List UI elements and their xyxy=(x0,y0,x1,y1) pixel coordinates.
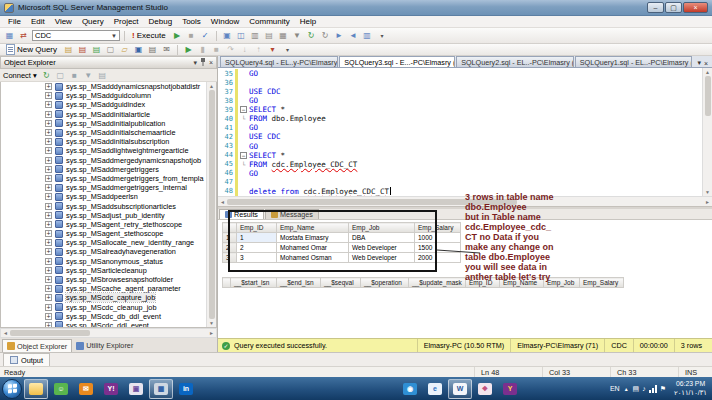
expand-icon[interactable]: + xyxy=(45,101,52,108)
tree-item[interactable]: +sys.sp_MSanonymous_status xyxy=(1,257,206,266)
close-document-icon[interactable]: × xyxy=(704,60,708,67)
code-line[interactable]: 47 xyxy=(218,178,702,187)
tree-item[interactable]: +sys.sp_MSaddinitialpublication xyxy=(1,119,206,128)
grid-cell[interactable]: Mohamed Osman xyxy=(277,253,349,263)
volume-tray-icon[interactable]: ♪ xyxy=(642,385,646,392)
menu-view[interactable]: View xyxy=(50,17,77,26)
new-database-query-icon[interactable]: ▤ xyxy=(62,44,75,56)
row-header[interactable]: 2 xyxy=(223,243,237,253)
tree-item[interactable]: +sys.sp_MSbrowsesnapshotfolder xyxy=(1,275,206,284)
tree-item[interactable]: +sys.sp_MScdc_db_ddl_event xyxy=(1,312,206,321)
menu-community[interactable]: Community xyxy=(244,17,294,26)
expand-icon[interactable]: + xyxy=(45,203,52,210)
editor-horizontal-scrollbar[interactable]: ◄ ► xyxy=(218,196,712,206)
grid-cell[interactable]: Web Developer xyxy=(349,243,415,253)
tree-item[interactable]: +sys.sp_MSalreadyhavegeneration xyxy=(1,247,206,256)
comment-out-icon[interactable]: ↻ xyxy=(305,30,318,42)
new-analysis-query-icon[interactable]: ▤ xyxy=(76,44,89,56)
row-header[interactable]: 1 xyxy=(223,233,237,243)
grid-cell[interactable]: Web Developer xyxy=(349,253,415,263)
tree-item[interactable]: +sys.sp_MSaddmergetriggers_from_templa xyxy=(1,174,206,183)
grid-cell[interactable]: 1000 xyxy=(415,233,461,243)
expand-icon[interactable]: + xyxy=(45,313,52,320)
menu-tools[interactable]: Tools xyxy=(177,17,206,26)
expand-icon[interactable]: + xyxy=(45,166,52,173)
flag-tray-icon[interactable]: ⚑ xyxy=(660,385,666,393)
menu-query[interactable]: Query xyxy=(77,17,109,26)
tree-item[interactable]: +sys.sp_MSaddguidcolumn xyxy=(1,91,206,100)
tray-expand-icon[interactable]: ▲ xyxy=(624,386,629,392)
code-line[interactable]: 44−SELECT * xyxy=(218,151,702,160)
tree-item[interactable]: +sys.sp_MSallocate_new_identity_range xyxy=(1,238,206,247)
column-header[interactable]: __$update_mask xyxy=(409,278,466,288)
results-to-grid-icon[interactable]: ▦ xyxy=(277,30,290,42)
new-query-button[interactable]: New Query xyxy=(3,44,60,55)
expand-icon[interactable]: + xyxy=(45,157,52,164)
grid-cell[interactable]: 2 xyxy=(237,243,277,253)
data-collector-icon[interactable]: ⇄ xyxy=(17,30,30,42)
column-header[interactable]: __$start_lsn xyxy=(231,278,277,288)
scroll-up-icon[interactable]: ▲ xyxy=(209,83,214,89)
msn-icon[interactable]: ◉ xyxy=(398,379,422,399)
tree-item[interactable]: +sys.sp_MSagent_retry_stethoscope xyxy=(1,220,206,229)
panel-tab-utility-explorer[interactable]: Utility Explorer xyxy=(72,339,137,352)
code-line[interactable]: 43GO xyxy=(218,142,702,151)
scroll-up-icon[interactable]: ▲ xyxy=(705,69,710,75)
windows-explorer-icon[interactable] xyxy=(24,379,48,399)
linkedin-icon[interactable]: in xyxy=(174,379,198,399)
tree-item[interactable]: +sys.sp_MSaddsubscriptionarticles xyxy=(1,201,206,210)
minimize-button[interactable]: – xyxy=(647,2,664,13)
uncomment-icon[interactable]: ↻ xyxy=(319,30,332,42)
scroll-down-icon[interactable]: ▼ xyxy=(705,189,710,195)
expand-icon[interactable]: + xyxy=(45,285,52,292)
grid-cell[interactable]: 1 xyxy=(237,233,277,243)
code-line[interactable]: 48delete from cdc.Employee_CDC_CT xyxy=(218,187,702,196)
column-header[interactable]: Emp_Salary xyxy=(415,223,461,233)
output-tab[interactable]: Output xyxy=(3,353,50,366)
expand-icon[interactable]: + xyxy=(45,258,52,265)
expand-icon[interactable]: + xyxy=(45,239,52,246)
tree-item[interactable]: +sys.sp_MSaddinitialschemaarticle xyxy=(1,128,206,137)
document-tab[interactable]: SQLQuery4.sql - EL..y-PC\Elmasry (74)) xyxy=(220,56,338,67)
collapse-icon[interactable]: − xyxy=(240,106,247,113)
auto-hide-pin-icon[interactable] xyxy=(200,58,206,67)
tree-item[interactable]: +sys.sp_MScdc_ddl_event xyxy=(1,321,206,327)
mail-icon[interactable]: ✉ xyxy=(74,379,98,399)
scrollbar-thumb[interactable] xyxy=(227,199,517,205)
column-header[interactable]: Emp_ID xyxy=(237,223,277,233)
internet-explorer-icon[interactable]: e xyxy=(423,379,447,399)
grid-cell[interactable]: Mohamed Omar xyxy=(277,243,349,253)
grid-cell[interactable]: Mostafa Elmasry xyxy=(277,233,349,243)
expand-icon[interactable]: + xyxy=(45,92,52,99)
tree-item[interactable]: +sys.sp_MSaddmergedynamicsnapshotjob xyxy=(1,156,206,165)
grid-corner[interactable] xyxy=(223,223,237,233)
execute-button[interactable]: ! Execute xyxy=(129,30,169,42)
new-file-icon[interactable]: ▢ xyxy=(104,44,117,56)
stop-query-icon[interactable]: ■ xyxy=(185,30,198,42)
language-indicator[interactable]: EN xyxy=(610,385,620,392)
include-actual-plan-icon[interactable]: ▥ xyxy=(249,30,262,42)
debug-start-icon[interactable]: ▶ xyxy=(182,44,195,56)
code-line[interactable]: 45└FROM cdc.Employee_CDC_CT xyxy=(218,160,702,169)
script-icon[interactable]: ▤ xyxy=(96,69,109,81)
stop-icon[interactable]: ■ xyxy=(68,69,81,81)
tree-horizontal-scrollbar[interactable]: ◄ ► xyxy=(0,328,217,338)
yahoo-clock-icon[interactable]: Y xyxy=(498,379,522,399)
toolbar-overflow-icon[interactable]: ▾ xyxy=(281,44,294,56)
menu-file[interactable]: File xyxy=(3,17,26,26)
tree-item[interactable]: +sys.sp_MSadjust_pub_identity xyxy=(1,211,206,220)
column-header[interactable]: __$operation xyxy=(361,278,409,288)
menu-help[interactable]: Help xyxy=(295,17,321,26)
row-header[interactable]: 3 xyxy=(223,253,237,263)
expand-icon[interactable]: + xyxy=(45,120,52,127)
tree-item[interactable]: +sys.sp_MSadddynamicsnapshotjobatdistr xyxy=(1,82,206,91)
code-line[interactable]: 38GO xyxy=(218,96,702,105)
tab-list-dropdown-icon[interactable]: ▾ xyxy=(697,59,701,67)
column-header[interactable]: __$seqval xyxy=(321,278,361,288)
document-tab[interactable]: SQLQuery2.sql - EL..-PC\Elmasry (53))* xyxy=(456,56,574,67)
panel-tab-object-explorer[interactable]: Object Explorer xyxy=(2,339,72,352)
expand-icon[interactable]: + xyxy=(45,147,52,154)
document-tab[interactable]: SQLQuery1.sql - EL..-PC\Elmasry (55))* xyxy=(575,56,693,67)
database-combobox[interactable]: CDC ▼ xyxy=(32,30,120,41)
column-header[interactable]: Emp_Job xyxy=(349,223,415,233)
